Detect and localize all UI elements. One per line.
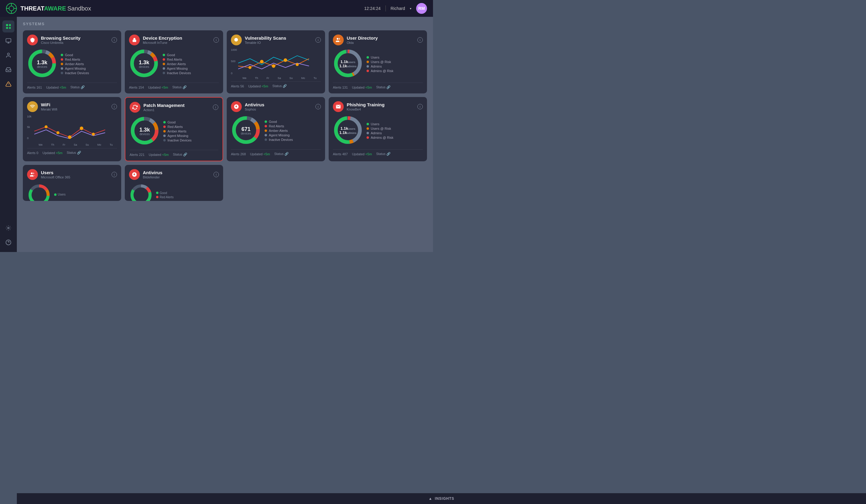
phishing-icon [333,101,344,112]
card-title: Antivirus [245,102,264,107]
donut-center: 1.1kusers 1.1kadmins [340,126,357,135]
card-title-block: WiFi Meraki Wifi [41,102,57,111]
card-subtitle: Meraki Wifi [41,107,57,111]
sidebar-item-users[interactable] [2,49,14,61]
alerts-value: 154 [138,85,144,89]
status-link[interactable]: 🔗 [77,151,81,154]
card-footer: Alerts 487 Updated <5m Status 🔗 [333,149,423,156]
info-icon[interactable]: i [112,172,117,177]
card-subtitle: Microsoft Office 365 [41,175,70,179]
legend-dot [367,127,369,130]
sidebar-item-help[interactable] [2,237,14,249]
status-link[interactable]: 🔗 [386,152,391,156]
card-footer: Alerts 268 Updated <5m Status 🔗 [231,149,321,156]
card-user-directory[interactable]: User Directory Okta i [329,30,427,93]
sidebar-bottom [2,222,14,249]
legend-red: Red Alerts [163,58,191,61]
legend-good: Good [163,121,191,124]
status-link[interactable]: 🔗 [183,152,187,156]
browsing-security-icon [27,35,38,45]
sidebar-item-monitor[interactable] [2,35,14,47]
donut-unit: devices [139,133,150,136]
y-label-1000: 1000 [231,48,237,51]
svg-point-43 [92,133,95,136]
card-header-left: Antivirus Bitdefender [129,169,162,180]
card-antivirus-bitdefender[interactable]: Antivirus Bitdefender i Good [125,165,223,201]
app-body: SYSTEMS Browsing Security Cisco Umbrella [0,17,433,252]
info-icon[interactable]: i [417,104,423,109]
sandbox-label: Sandbox [67,5,91,12]
legend-inactive: Inactive Devices [163,138,191,142]
card-antivirus-sophos[interactable]: Antivirus Sophos i [227,97,325,161]
donut-value-admins: 1.1kadmins [340,64,357,68]
info-icon[interactable]: i [213,37,219,43]
card-title: Antivirus [143,170,162,175]
legend-admins-risk: Admins @ Risk [367,136,393,139]
svg-point-8 [8,53,10,55]
bitdefender-icon [129,169,140,180]
svg-point-59 [31,172,33,174]
legend-missing: Agent Missing [61,67,89,70]
info-icon[interactable]: i [417,37,423,43]
sidebar-item-inbox[interactable] [2,64,14,76]
svg-point-40 [80,126,83,130]
legend-dot [163,126,166,128]
vuln-scans-icon [231,35,242,45]
sidebar-item-settings[interactable] [2,222,14,234]
sidebar-item-grid[interactable] [2,20,14,32]
card-phishing-training[interactable]: Phishing Training KnowBe4 i [329,97,427,161]
card-footer: Alerts 154 Updated <5m Status 🔗 [129,83,219,89]
card-header: Antivirus Sophos i [231,101,321,112]
info-icon[interactable]: i [315,104,321,109]
donut-chart: 1.3k devices [129,48,159,80]
status-link[interactable]: 🔗 [182,85,187,89]
systems-section-title: SYSTEMS [23,22,427,26]
card-subtitle: Tenable IO [245,41,286,44]
brand-threat: THREATAWARE [21,5,66,12]
legend-red: Red Alerts [163,125,191,128]
card-device-encryption[interactable]: Device Encryption Microsoft InTune i [125,30,223,93]
donut-value-users: 1.1kusers [340,60,357,64]
card-users-o365[interactable]: Users Microsoft Office 365 i [23,165,121,201]
legend-dot [265,125,267,127]
card-header-left: User Directory Okta [333,35,378,45]
partial-legend: Users [54,193,66,197]
updated-value: <5m [59,85,66,89]
alerts-value: 161 [36,85,42,89]
status-link[interactable]: 🔗 [80,85,85,89]
main-content: SYSTEMS Browsing Security Cisco Umbrella [17,17,433,252]
info-icon[interactable]: i [112,104,117,109]
legend-users-risk: Users @ Risk [367,127,393,130]
card-footer: Alerts 56 Updated <5m Status 🔗 [231,81,321,88]
partial-donut [27,183,51,201]
legend-dot [265,129,267,132]
donut-center: 1.3k devices [37,60,47,68]
info-icon[interactable]: i [213,172,219,177]
status-link[interactable]: 🔗 [282,84,287,88]
donut-value: 1.3k [139,127,150,133]
clock: 12:24:24 [364,6,381,11]
wifi-icon [27,101,38,112]
user-dropdown-icon[interactable]: ▾ [410,7,411,10]
svg-point-28 [272,64,276,68]
status-link[interactable]: 🔗 [285,152,289,156]
svg-point-27 [260,60,264,64]
card-vulnerability-scans[interactable]: Vulnerability Scans Tenable IO i 1000 50… [227,30,325,93]
card-subtitle: Sophos [245,107,264,111]
card-patch-management[interactable]: Patch Management Action1 i [125,97,223,161]
avatar[interactable]: RM [416,3,427,14]
app-header: THREATAWARE Sandbox 12:24:24 Richard ▾ R… [0,0,433,17]
card-wifi[interactable]: WiFi Meraki Wifi i 10k 5k 0 [23,97,121,161]
donut-center: 671 devices [241,126,251,135]
sidebar-item-alert[interactable] [2,78,14,90]
legend: Good Red Alerts Amber Alerts Agent Missi… [163,53,191,75]
status-link[interactable]: 🔗 [386,85,391,89]
legend-admins-risk: Admins @ Risk [367,69,393,73]
legend-dot [265,134,267,136]
info-icon[interactable]: i [315,37,321,43]
svg-point-41 [45,125,47,128]
card-browsing-security[interactable]: Browsing Security Cisco Umbrella i [23,30,121,93]
info-icon[interactable]: i [213,104,218,110]
info-icon[interactable]: i [112,37,117,43]
card-subtitle: Okta [347,41,378,44]
